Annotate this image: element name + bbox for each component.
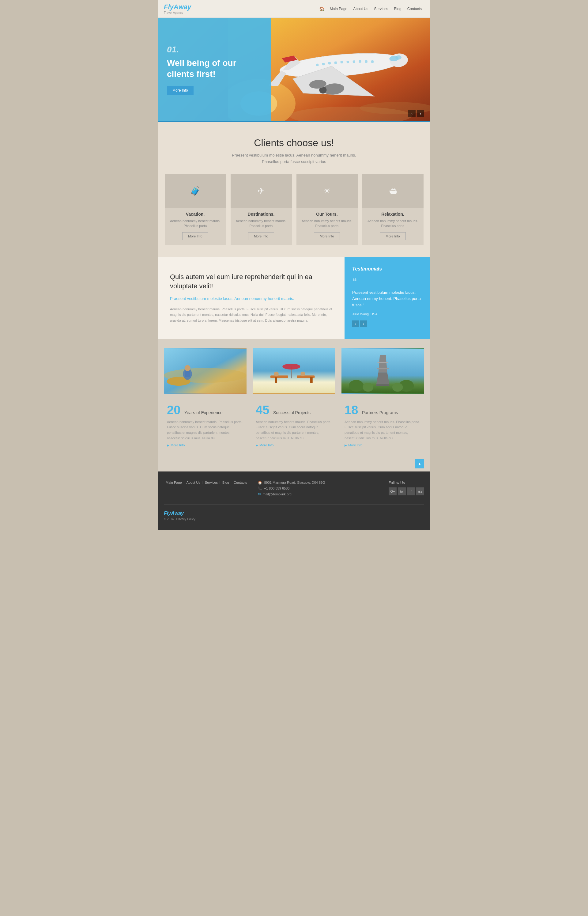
stat-projects-num: 45: [256, 403, 270, 417]
card-relaxation-title: Relaxation.: [381, 212, 404, 216]
stat-partners: 18 Partners Programs Aenean nonummy hene…: [341, 403, 424, 447]
stats-numbers-row: 20 Years of Experience Aenean nonummy he…: [164, 403, 424, 447]
svg-rect-19: [334, 61, 337, 64]
svg-point-40: [300, 372, 305, 376]
footer-nav-about-us[interactable]: About Us: [185, 481, 202, 485]
stat-partners-label: Partners Programs: [362, 410, 398, 415]
svg-rect-35: [275, 377, 277, 383]
card-tours: ☀ Our Tours. Aenean nonummy henerit maur…: [296, 174, 358, 245]
stat-projects-label: Successful Projects: [273, 410, 310, 415]
nav-about-us[interactable]: About Us: [351, 7, 371, 11]
nav-blog[interactable]: Blog: [392, 7, 404, 11]
back-to-top-area: ▲: [158, 456, 430, 472]
nav-main-page[interactable]: Main Page: [327, 7, 350, 11]
card-vacation-text: Aenean nonummy henerit mauris. Phasellus…: [165, 218, 226, 229]
svg-rect-18: [328, 62, 331, 65]
footer-contact: 🏠 8901 Marmora Road, Glasgow, D04 89G 📞 …: [258, 481, 380, 498]
stat-experience-num: 20: [167, 403, 181, 417]
hero-slide-number: 01.: [167, 45, 262, 55]
hero-progress-bar: [158, 121, 430, 122]
svg-rect-25: [371, 60, 374, 63]
card-vacation-image: 🧳: [165, 174, 226, 208]
stat-experience-label: Years of Experience: [184, 410, 223, 415]
footer-nav-services[interactable]: Services: [203, 481, 220, 485]
stat-experience-desc: Aenean nonummy henerit mauris. Phasellus…: [167, 419, 244, 441]
stat-experience-link[interactable]: ▶ More Info: [167, 443, 244, 447]
card-destinations-more-info[interactable]: More Info: [248, 232, 274, 240]
card-relaxation: 🛳 Relaxation. Aenean nonummy henerit mau…: [362, 174, 423, 245]
card-destinations-title: Destinations.: [248, 212, 275, 216]
header: FlyAway Travel Agency 🏠 Main Page About …: [158, 0, 430, 18]
logo: FlyAway: [164, 3, 191, 11]
relaxation-icon: 🛳: [389, 186, 397, 196]
hero-prev-button[interactable]: ‹: [408, 110, 415, 117]
testimonials-box: Testimonials ❝ Praesent vestibulum moles…: [344, 257, 430, 339]
footer-copyright: © 2014 | Privacy Policy: [164, 517, 195, 521]
hero-more-info-button[interactable]: More Info: [167, 86, 194, 95]
footer-nav-blog[interactable]: Blog: [221, 481, 231, 485]
hero-next-button[interactable]: ›: [417, 110, 424, 117]
social-facebook[interactable]: f: [407, 488, 415, 495]
social-google-plus[interactable]: G+: [389, 488, 397, 495]
card-vacation-title: Vacation.: [186, 212, 205, 216]
hero-arrows: ‹ ›: [408, 110, 424, 117]
svg-rect-44: [376, 384, 389, 386]
hero-section: 01. Well being of our clients first! Mor…: [158, 18, 430, 122]
stats-images-row: [164, 348, 424, 394]
back-to-top-button[interactable]: ▲: [415, 459, 424, 469]
svg-rect-22: [352, 60, 355, 63]
info-left: Quis autem vel eum iure reprehenderit qu…: [158, 257, 344, 339]
stat-image-3: [341, 348, 424, 394]
svg-rect-46: [378, 362, 388, 363]
svg-rect-20: [340, 61, 343, 64]
nav-contacts[interactable]: Contacts: [405, 7, 424, 11]
card-relaxation-image: 🛳: [362, 174, 423, 208]
card-vacation-more-info[interactable]: More Info: [182, 232, 208, 240]
card-destinations-text: Aenean nonummy henerit mauris. Phasellus…: [231, 218, 292, 229]
svg-rect-33: [270, 375, 288, 378]
social-twitter[interactable]: tw: [398, 488, 406, 495]
nav-services[interactable]: Services: [372, 7, 391, 11]
destinations-icon: ✈: [258, 186, 265, 196]
social-rss[interactable]: rss: [416, 488, 424, 495]
info-heading: Quis autem vel eum iure reprehenderit qu…: [170, 272, 332, 291]
footer-logo: FlyAway: [164, 511, 195, 516]
logo-area: FlyAway Travel Agency: [164, 3, 191, 15]
stat-partners-link[interactable]: ▶ More Info: [344, 443, 421, 447]
clients-title: Clients choose us!: [164, 137, 424, 149]
svg-marker-43: [376, 373, 389, 384]
info-body: Aenean nonummy henerit mauris. Phasellus…: [170, 306, 332, 323]
footer-logo-area: FlyAway © 2014 | Privacy Policy: [164, 511, 195, 521]
stat-projects-link[interactable]: ▶ More Info: [256, 443, 332, 447]
footer-email: ✉ mail@demolink.org: [258, 492, 380, 496]
footer-nav-contacts[interactable]: Contacts: [232, 481, 249, 485]
clients-subtitle: Praesent vestibulum molestie lacus. Aene…: [164, 152, 424, 165]
stats-section: 20 Years of Experience Aenean nonummy he…: [158, 339, 430, 456]
card-tours-more-info[interactable]: More Info: [314, 232, 340, 240]
svg-point-38: [283, 363, 300, 370]
svg-rect-32: [253, 349, 335, 393]
testimonials-title: Testimonials: [352, 266, 423, 272]
card-relaxation-text: Aenean nonummy henerit mauris. Phasellus…: [362, 218, 423, 229]
testimonials-arrows: ‹ ›: [352, 320, 423, 327]
testimonials-next-button[interactable]: ›: [360, 320, 367, 327]
home-icon[interactable]: 🏠: [319, 6, 324, 11]
footer-nav-main-page[interactable]: Main Page: [164, 481, 184, 485]
main-nav: 🏠 Main Page About Us Services Blog Conta…: [319, 6, 424, 11]
footer-top: Main Page About Us Services Blog Contact…: [164, 481, 424, 504]
svg-rect-16: [316, 64, 319, 66]
vacation-icon: 🧳: [190, 186, 200, 196]
footer-bottom: FlyAway © 2014 | Privacy Policy: [164, 511, 424, 521]
phone-icon: 📞: [258, 486, 262, 491]
testimonials-prev-button[interactable]: ‹: [352, 320, 359, 327]
info-section: Quis autem vel eum iure reprehenderit qu…: [158, 257, 430, 339]
follow-label: Follow Us: [389, 481, 424, 485]
card-vacation: 🧳 Vacation. Aenean nonummy henerit mauri…: [165, 174, 226, 245]
service-cards-row: 🧳 Vacation. Aenean nonummy henerit mauri…: [164, 174, 424, 245]
projects-link-icon: ▶: [256, 444, 258, 447]
svg-rect-36: [310, 377, 313, 383]
footer-address: 🏠 8901 Marmora Road, Glasgow, D04 89G: [258, 481, 380, 485]
card-relaxation-more-info[interactable]: More Info: [380, 232, 405, 240]
svg-point-47: [349, 380, 363, 392]
card-tours-text: Aenean nonummy henerit mauris. Phasellus…: [296, 218, 358, 229]
